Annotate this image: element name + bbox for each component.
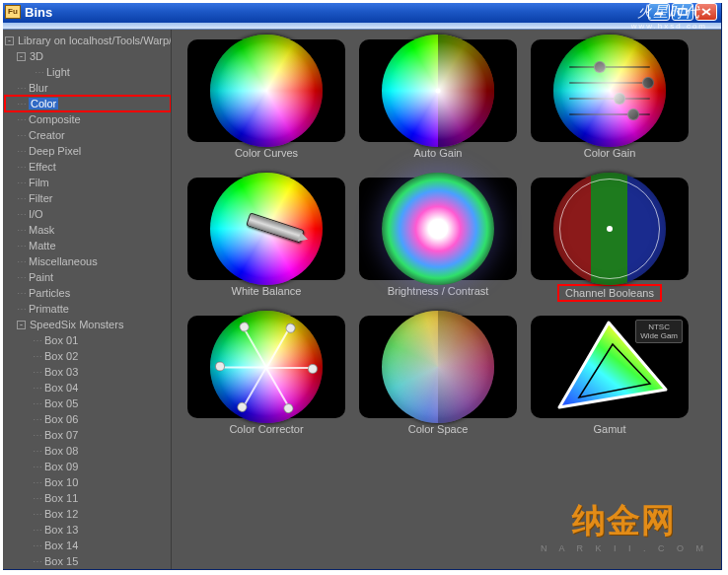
tree-item-box-02[interactable]: ⋯Box 02 bbox=[5, 348, 171, 364]
tree-root[interactable]: - Library on localhost/Tools/Warp/T bbox=[5, 33, 171, 48]
corrector-handles-icon bbox=[210, 311, 323, 423]
tree-item-box-03[interactable]: ⋯Box 03 bbox=[5, 364, 171, 380]
tree-item-blur[interactable]: ⋯Blur bbox=[5, 80, 171, 96]
tool-caption: Color Curves bbox=[232, 146, 301, 160]
tree-branch-icon: ⋯ bbox=[17, 256, 26, 267]
tool-thumbnail[interactable] bbox=[187, 178, 345, 280]
tool-caption: Color Gain bbox=[581, 146, 639, 160]
color-wheel-icon bbox=[210, 311, 323, 423]
sliders-icon bbox=[553, 35, 666, 147]
tool-thumbnail[interactable] bbox=[359, 39, 517, 142]
tree-branch-icon: ⋯ bbox=[17, 304, 26, 315]
tree-branch-icon: ⋯ bbox=[17, 99, 26, 109]
tree-label: Box 01 bbox=[44, 334, 78, 346]
tree-panel[interactable]: - Library on localhost/Tools/Warp/T -3D⋯… bbox=[1, 30, 171, 569]
tree-item-box-04[interactable]: ⋯Box 04 bbox=[5, 380, 171, 395]
tree-item-mask[interactable]: ⋯Mask bbox=[5, 222, 171, 238]
tree-branch-icon: ⋯ bbox=[33, 383, 41, 394]
tree-item-box-05[interactable]: ⋯Box 05 bbox=[5, 395, 171, 411]
color-wheel-icon bbox=[553, 35, 666, 147]
tool-thumbnail[interactable] bbox=[531, 178, 689, 280]
tree-item-paint[interactable]: ⋯Paint bbox=[5, 269, 171, 285]
tool-thumbnail[interactable] bbox=[531, 39, 689, 142]
tree-item-composite[interactable]: ⋯Composite bbox=[5, 111, 171, 127]
tool-caption: Channel Booleans bbox=[557, 284, 662, 302]
tree-label: Box 11 bbox=[44, 492, 78, 504]
tree-item-creator[interactable]: ⋯Creator bbox=[5, 127, 171, 143]
app-icon: Fu bbox=[5, 5, 21, 19]
tree-item-3d[interactable]: -3D bbox=[5, 48, 171, 64]
expander-icon[interactable]: - bbox=[17, 52, 26, 61]
tree-item-particles[interactable]: ⋯Particles bbox=[5, 285, 171, 301]
tool-caption: Brightness / Contrast bbox=[385, 284, 492, 298]
tool-color-corrector[interactable]: Color Corrector bbox=[183, 316, 349, 454]
tree-branch-icon: ⋯ bbox=[33, 414, 41, 425]
tree-item-matte[interactable]: ⋯Matte bbox=[5, 238, 171, 253]
tool-caption: Auto Gain bbox=[411, 146, 466, 160]
tree-branch-icon: ⋯ bbox=[33, 477, 41, 488]
tree-branch-icon: ⋯ bbox=[33, 540, 41, 551]
tree-branch-icon: ⋯ bbox=[33, 462, 41, 472]
previews-panel[interactable]: Color CurvesAuto GainColor GainWhite Bal… bbox=[171, 30, 721, 569]
tree-item-miscellaneous[interactable]: ⋯Miscellaneous bbox=[5, 253, 171, 269]
tree-label: Paint bbox=[29, 271, 53, 283]
tree-item-color[interactable]: ⋯Color bbox=[5, 96, 171, 111]
tree-label: 3D bbox=[30, 50, 43, 62]
tree-label: Particles bbox=[29, 287, 70, 299]
tree-item-box-07[interactable]: ⋯Box 07 bbox=[5, 427, 171, 443]
tree-item-box-08[interactable]: ⋯Box 08 bbox=[5, 443, 171, 459]
close-button[interactable] bbox=[695, 3, 717, 21]
tree-item-effect[interactable]: ⋯Effect bbox=[5, 159, 171, 175]
tree-label: SpeedSix Monsters bbox=[30, 319, 123, 330]
toolbar-separator bbox=[1, 23, 721, 30]
tree-item-box-12[interactable]: ⋯Box 12 bbox=[5, 506, 171, 522]
tool-brightness-contrast[interactable]: Brightness / Contrast bbox=[355, 178, 521, 316]
tool-color-curves[interactable]: Color Curves bbox=[183, 39, 349, 178]
tool-thumbnail[interactable] bbox=[359, 316, 517, 418]
tool-thumbnail[interactable]: NTSCWide Gam bbox=[531, 316, 689, 418]
tool-thumbnail[interactable] bbox=[359, 178, 517, 280]
tree-group-monsters[interactable]: - SpeedSix Monsters bbox=[5, 317, 171, 332]
tree-item-box-13[interactable]: ⋯Box 13 bbox=[5, 522, 171, 538]
tree-item-i-o[interactable]: ⋯I/O bbox=[5, 206, 171, 222]
tree-item-box-15[interactable]: ⋯Box 15 bbox=[5, 553, 171, 569]
tool-color-gain[interactable]: Color Gain bbox=[527, 39, 692, 178]
tree-item-box-14[interactable]: ⋯Box 14 bbox=[5, 538, 171, 553]
tree-branch-icon: ⋯ bbox=[35, 67, 43, 78]
tool-gamut[interactable]: NTSCWide GamGamut bbox=[527, 316, 692, 454]
tree-label: Blur bbox=[29, 82, 48, 94]
tree-label: Box 09 bbox=[44, 461, 78, 472]
tree-branch-icon: ⋯ bbox=[17, 225, 26, 236]
tree-label: Box 02 bbox=[44, 350, 78, 362]
tool-white-balance[interactable]: White Balance bbox=[183, 178, 349, 316]
tree-item-box-06[interactable]: ⋯Box 06 bbox=[5, 411, 171, 427]
tool-thumbnail[interactable] bbox=[187, 39, 345, 142]
tree-item-film[interactable]: ⋯Film bbox=[5, 175, 171, 190]
tree-item-box-11[interactable]: ⋯Box 11 bbox=[5, 490, 171, 506]
tree-branch-icon: ⋯ bbox=[17, 209, 26, 220]
expander-icon[interactable]: - bbox=[17, 321, 26, 329]
titlebar[interactable]: Fu Bins bbox=[1, 1, 721, 23]
minimize-button[interactable] bbox=[648, 3, 670, 21]
tree-label: Effect bbox=[29, 161, 56, 173]
maximize-button[interactable] bbox=[672, 3, 693, 21]
tree-item-primatte[interactable]: ⋯Primatte bbox=[5, 301, 171, 317]
tree-item-light[interactable]: ⋯Light bbox=[5, 64, 171, 80]
tree-item-box-01[interactable]: ⋯Box 01 bbox=[5, 332, 171, 348]
tree-item-box-09[interactable]: ⋯Box 09 bbox=[5, 459, 171, 474]
tool-color-space[interactable]: Color Space bbox=[355, 316, 521, 454]
tree-item-filter[interactable]: ⋯Filter bbox=[5, 190, 171, 206]
tree-label: Primatte bbox=[29, 303, 69, 315]
tree-label: Film bbox=[29, 177, 49, 188]
tool-channel-booleans[interactable]: Channel Booleans bbox=[527, 178, 692, 316]
tree-item-deep-pixel[interactable]: ⋯Deep Pixel bbox=[5, 143, 171, 159]
tree-branch-icon: ⋯ bbox=[17, 83, 26, 94]
tree-branch-icon: ⋯ bbox=[33, 525, 41, 536]
tree-item-box-10[interactable]: ⋯Box 10 bbox=[5, 474, 171, 490]
expander-icon[interactable]: - bbox=[5, 36, 14, 45]
tree-label: Box 07 bbox=[44, 429, 78, 441]
tree-label: Box 14 bbox=[44, 539, 78, 551]
tool-auto-gain[interactable]: Auto Gain bbox=[355, 39, 521, 178]
tool-thumbnail[interactable] bbox=[187, 316, 345, 418]
center-dot-icon bbox=[607, 226, 613, 232]
